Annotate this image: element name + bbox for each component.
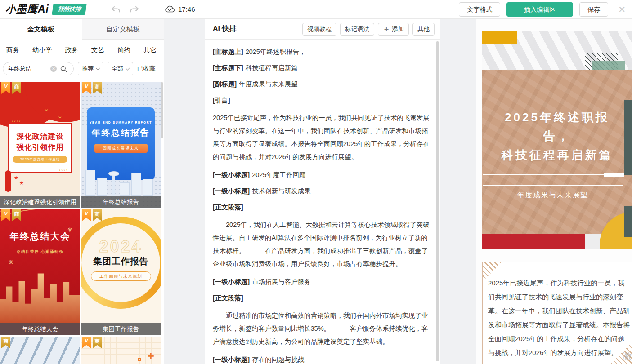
search-filter-row: ✕ 推荐 全部 已收藏 <box>0 57 164 75</box>
template-grid: ⌄ ⌄ ›››› 深化政治建设 强化引领作用 2025年度党政工作总结 ››››… <box>0 82 161 364</box>
business-badge: 商 <box>93 82 102 94</box>
other-button[interactable]: 其他 <box>412 23 435 36</box>
doc-text: 2025年，我们在人工智能、大数据和云计算等核心技术领域取得了突破性进展。自主研… <box>213 221 430 267</box>
divider-line-thick <box>604 173 624 177</box>
search-icon[interactable] <box>60 66 67 72</box>
business-badge: 商 <box>93 209 102 221</box>
redo-icon[interactable] <box>129 5 139 13</box>
gold-skyline <box>0 269 80 323</box>
category-kids[interactable]: 幼小学 <box>32 46 52 54</box>
all-label: 全部 <box>112 65 123 73</box>
vip-badge: V <box>82 209 91 221</box>
header-actions: 文字格式 插入编辑区 保存 ✕ <box>459 2 626 17</box>
insert-edit-area-button[interactable]: 插入编辑区 <box>506 2 573 17</box>
template-art-card: ›››› 深化政治建设 强化引领作用 2025年度党政工作总结 ›››› <box>8 123 72 173</box>
all-dropdown[interactable]: 全部 <box>108 62 133 75</box>
plus-icon: ＋ <box>383 26 390 33</box>
firework-icon: ❋ <box>9 259 13 266</box>
doc-text: 技术创新与研发成果 <box>252 187 311 195</box>
year-outline-text: 2024 <box>81 237 161 256</box>
template-tile-govreport[interactable]: ⌄ ⌄ ›››› 深化政治建设 强化引领作用 2025年度党政工作总结 ››››… <box>0 82 80 208</box>
gold-rect-decor <box>482 31 517 44</box>
doc-tag: [一级小标题] <box>213 356 250 363</box>
doc-line: 2025年已接近尾声，作为科技行业的一员，我们共同见证了技术的飞速发展与行业的深… <box>213 111 432 164</box>
editor-scrollbar[interactable] <box>436 41 439 361</box>
doc-tag: [一级小标题] <box>213 171 250 178</box>
ai-quick-layout-panel: AI 快排 视频教程 标记语法 ＋ 添加 其他 [主标题上]2025年终述职报告… <box>205 19 440 364</box>
tab-full-templates[interactable]: 全文模板 <box>0 19 82 40</box>
square-decor <box>138 358 141 361</box>
divider-line <box>483 174 604 175</box>
cloud-check-icon <box>165 5 175 13</box>
template-tile-cream[interactable]: + ❯❯❯ V 商 <box>81 337 161 364</box>
template-caption: 年终总结报告 <box>81 196 161 208</box>
chevron-down-icon <box>96 66 100 71</box>
undo-icon[interactable] <box>111 5 121 13</box>
doc-line: [一级小标题]存在的问题与挑战 <box>213 355 432 364</box>
save-button[interactable]: 保存 <box>579 2 608 17</box>
recommend-dropdown[interactable]: 推荐 <box>78 62 103 75</box>
doc-text: 2025年终述职报告， <box>246 48 306 55</box>
doc-text: 科技征程再启新篇 <box>246 64 298 71</box>
tower-icon <box>112 175 115 196</box>
template-tile-keyboard[interactable]: 商 <box>0 337 80 364</box>
watermark-text: 激 <box>622 350 632 363</box>
red-bar-decor <box>482 234 585 249</box>
torch-decor <box>5 170 11 192</box>
star-icon: ★ <box>14 175 18 181</box>
category-gov[interactable]: 政务 <box>65 46 78 54</box>
doc-text: 通过精准的市场定位和高效的营销策略，我们在国内外市场均实现了业务增长，新签约客户… <box>213 312 428 345</box>
save-time: 17:46 <box>178 5 195 13</box>
template-tile-group-report[interactable]: 2024 集团工作报告 工作回顾与未来规划 V 商 集团工作报告 <box>81 209 161 335</box>
star-icon: ★ <box>19 180 24 186</box>
history-controls <box>111 5 139 13</box>
poster-subtitle: 年度成果与未来展望 <box>483 185 623 205</box>
template-tile-yearend-red[interactable]: ❋ ❋ 年终总结大会 总结往昔行 心潮涌动劲 V 商 年终总结大会 <box>0 209 80 335</box>
business-badge: 商 <box>93 337 102 348</box>
markup-syntax-button[interactable]: 标记语法 <box>340 23 374 36</box>
doc-text: 2025年度工作回顾 <box>252 171 305 178</box>
preview-panel: 2025年终述职报 告， 科技征程再启新篇 年度成果与未来展望 2025年已接近… <box>476 19 632 364</box>
doc-tag: [一级小标题] <box>213 278 250 285</box>
editor-header: AI 快排 视频教程 标记语法 ＋ 添加 其他 <box>205 19 440 40</box>
category-business[interactable]: 商务 <box>6 46 19 54</box>
plus-decor: + <box>148 349 154 363</box>
category-other[interactable]: 其它 <box>143 46 157 54</box>
doc-line: 2025年，我们在人工智能、大数据和云计算等核心技术领域取得了突破性进展。自主研… <box>213 218 432 271</box>
preview-card-text: 2025年已接近尾声，作为科技行业的一员，我们共同见证了技术的飞速发展与行业的深… <box>488 276 631 360</box>
doc-line: [副标题]年度成果与未来展望 <box>213 79 432 89</box>
add-button[interactable]: ＋ 添加 <box>378 23 409 36</box>
slate-bar-decor <box>624 206 632 237</box>
template-caption: 深化政治建设强化引领作用 <box>0 196 80 208</box>
favorites-link[interactable]: 已收藏 <box>137 65 156 73</box>
search-box[interactable]: ✕ <box>3 62 74 75</box>
tab-custom-templates[interactable]: 自定义模板 <box>82 19 164 40</box>
template-sidebar: 全文模板 自定义模板 商务 幼小学 政务 文艺 简约 其它 ✕ 推荐 全部 <box>0 19 164 364</box>
preview-intro-card[interactable]: 2025年已接近尾声，作为科技行业的一员，我们共同见证了技术的飞速发展与行业的深… <box>482 262 632 364</box>
close-icon[interactable]: ✕ <box>618 4 626 15</box>
logo-badge: 智能快排 <box>52 4 87 15</box>
doc-tag: [引言] <box>213 97 230 104</box>
category-simple[interactable]: 简约 <box>117 46 130 54</box>
search-input[interactable] <box>8 66 50 72</box>
template-tile-yearend-blue[interactable]: ’’ YEAR-END SUMMARY REPORT 年终总结报告 回顾成长展望… <box>81 82 161 208</box>
doc-tag: [主标题上] <box>213 48 243 55</box>
editor-title: AI 快排 <box>213 24 236 34</box>
text-format-button[interactable]: 文字格式 <box>459 2 500 17</box>
video-tutorial-button[interactable]: 视频教程 <box>302 23 336 36</box>
doc-line: [正文段落] <box>213 293 432 303</box>
doc-tag: [一级小标题] <box>213 187 250 195</box>
poster-title: 2025年终述职报 告， 科技征程再启新篇 <box>482 108 632 164</box>
editor-buttons: 视频教程 标记语法 ＋ 添加 其他 <box>302 23 435 36</box>
doc-line: [正文段落] <box>213 202 432 212</box>
preview-poster[interactable]: 2025年终述职报 告， 科技征程再启新篇 年度成果与未来展望 <box>482 31 632 249</box>
quote-decor: ’’ <box>137 125 147 139</box>
doc-line: [主标题上]2025年终述职报告， <box>213 47 432 57</box>
recommend-label: 推荐 <box>82 65 94 73</box>
doc-lines[interactable]: [主标题上]2025年终述职报告，[主标题下]科技征程再启新篇[副标题]年度成果… <box>205 40 435 364</box>
doc-tag: [正文段落] <box>213 204 243 211</box>
template-subtitle-button: 回顾成长展望未来 <box>94 144 148 153</box>
category-art[interactable]: 文艺 <box>91 46 104 54</box>
clear-search-icon[interactable]: ✕ <box>50 66 57 72</box>
template-title: 深化政治建设 强化引领作用 <box>9 131 71 152</box>
